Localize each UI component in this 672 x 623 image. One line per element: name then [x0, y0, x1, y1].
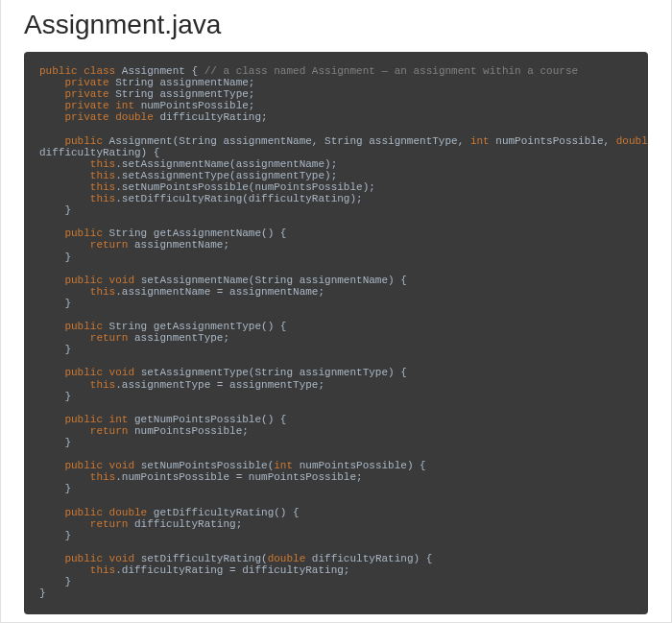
code-token: return [90, 239, 129, 251]
code-token: public void [64, 553, 134, 564]
code-token: private [64, 88, 108, 100]
code-token: .assignmentName = assignmentName; [115, 286, 324, 298]
code-token: } [39, 576, 71, 587]
code-token: getNumPointsPossible() { [128, 414, 286, 425]
code-token: setAssignmentType(String assignmentType)… [134, 367, 407, 378]
code-token: return [90, 425, 129, 437]
code-token: } [39, 298, 71, 309]
code-token: } [39, 483, 71, 494]
code-token: getDifficultyRating() { [147, 507, 299, 518]
code-token: this [90, 564, 115, 576]
code-token: } [39, 437, 71, 448]
code-token: int [470, 135, 490, 147]
code-token: String assignmentType; [109, 88, 255, 100]
code-token: this [90, 170, 115, 181]
code-token: return [90, 518, 129, 530]
code-token: numPointsPossible; [128, 425, 248, 437]
code-token: setNumPointsPossible( [134, 460, 274, 471]
code-token: private int [64, 100, 134, 111]
code-token [39, 77, 64, 88]
code-token: int [274, 460, 293, 471]
code-token: numPointsPossible) { [293, 460, 426, 471]
code-token [39, 414, 64, 425]
code-token [39, 564, 90, 576]
code-token: difficultyRating) { [305, 553, 432, 564]
code-token: public double [64, 507, 147, 518]
code-token [39, 321, 64, 332]
code-token: .setNumPointsPossible(numPointsPossible)… [115, 181, 375, 193]
code-token: setAssignmentName(String assignmentName)… [134, 275, 407, 286]
code-token: public class [39, 65, 115, 77]
code-token [39, 193, 90, 204]
code-token [39, 135, 64, 147]
code-token: public [64, 135, 103, 147]
code-token [39, 170, 90, 181]
code-token [39, 88, 64, 100]
code-token: } [39, 252, 71, 263]
code-token: public int [64, 414, 128, 425]
code-token: Assignment(String assignmentName, String… [103, 135, 470, 147]
code-token: this [90, 193, 115, 204]
code-token: double [616, 135, 648, 147]
code-token: String getAssignmentName() { [103, 228, 286, 239]
code-token [39, 181, 90, 193]
code-token: double [268, 553, 306, 564]
code-token [39, 239, 90, 251]
code-token: this [90, 471, 115, 483]
code-token [39, 275, 64, 286]
code-token: public [64, 321, 103, 332]
code-token [39, 460, 64, 471]
code-token: .numPointsPossible = numPointsPossible; [115, 471, 362, 483]
code-token: } [39, 530, 71, 541]
code-token: difficultyRating; [154, 111, 268, 123]
code-token: this [90, 379, 115, 391]
code-token: public void [64, 460, 134, 471]
code-block: public class Assignment { // a class nam… [24, 52, 648, 614]
code-token: .difficultyRating = difficultyRating; [115, 564, 349, 576]
code-token: numPointsPossible, [490, 135, 616, 147]
code-token: } [39, 204, 71, 216]
code-token: .setDifficultyRating(difficultyRating); [115, 193, 362, 204]
code-token: difficultyRating; [128, 518, 242, 530]
code-token: String getAssignmentType() { [103, 321, 286, 332]
code-token: setDifficultyRating( [134, 553, 268, 564]
code-token [39, 100, 64, 111]
code-token [39, 367, 64, 378]
code-token: this [90, 286, 115, 298]
code-token: this [90, 181, 115, 193]
code-token: .assignmentType = assignmentType; [115, 379, 324, 391]
code-token: assignmentName; [128, 239, 229, 251]
code-token [39, 332, 90, 344]
file-title: Assignment.java [24, 10, 648, 40]
code-token: this [90, 158, 115, 170]
code-token [39, 228, 64, 239]
code-token: Assignment { [115, 65, 204, 77]
page-container: Assignment.java public class Assignment … [0, 0, 672, 623]
code-token [39, 553, 64, 564]
code-token: // a class named Assignment — an assignm… [204, 65, 578, 77]
code-token [39, 158, 90, 170]
code-token: return [90, 332, 129, 344]
code-token: String assignmentName; [109, 77, 255, 88]
code-token: public void [64, 367, 134, 378]
code-token [39, 286, 90, 298]
code-token: public void [64, 275, 134, 286]
code-token: difficultyRating) { [39, 147, 159, 158]
code-token: } [39, 344, 71, 355]
code-token [39, 379, 90, 391]
code-token: .setAssignmentName(assignmentName); [115, 158, 337, 170]
code-token [39, 507, 64, 518]
code-token [39, 111, 64, 123]
code-token [39, 425, 90, 437]
code-token [39, 471, 90, 483]
code-token: numPointsPossible; [134, 100, 254, 111]
code-token: private [64, 77, 108, 88]
code-token: assignmentType; [128, 332, 229, 344]
code-token: } [39, 391, 71, 402]
code-token: private double [64, 111, 153, 123]
code-token: public [64, 228, 103, 239]
code-token: } [39, 587, 46, 599]
code-token [39, 518, 90, 530]
code-token: .setAssignmentType(assignmentType); [115, 170, 337, 181]
